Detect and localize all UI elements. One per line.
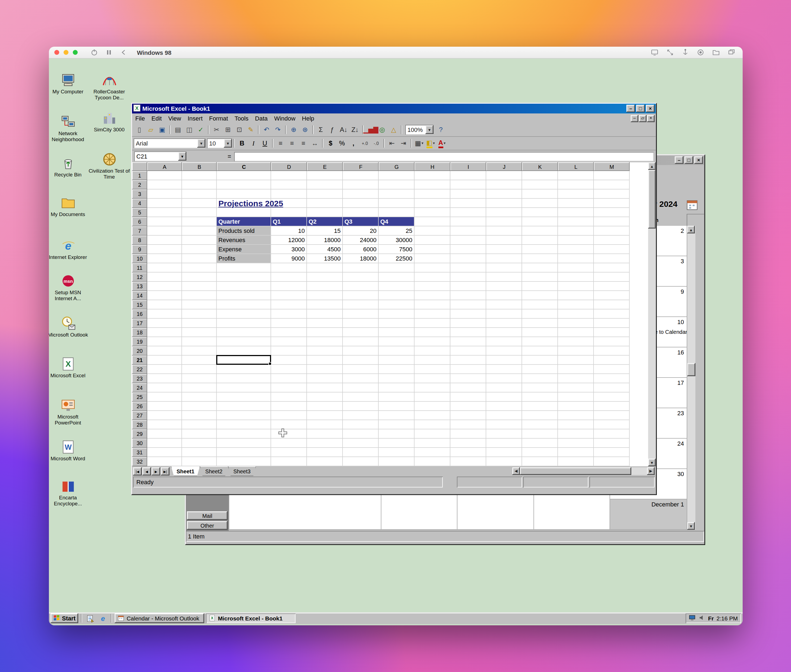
cell-A20[interactable] bbox=[147, 346, 182, 355]
cell-J15[interactable] bbox=[486, 300, 522, 309]
cell-K21[interactable] bbox=[522, 355, 558, 365]
cell-J9[interactable] bbox=[486, 245, 522, 254]
row-header-15[interactable]: 15 bbox=[132, 300, 147, 309]
cell-G20[interactable] bbox=[379, 346, 414, 355]
cell-D15[interactable] bbox=[271, 300, 307, 309]
cell-A1[interactable] bbox=[147, 171, 182, 180]
cell-D13[interactable] bbox=[271, 282, 307, 291]
cell-J30[interactable] bbox=[486, 438, 522, 448]
cell-K20[interactable] bbox=[522, 346, 558, 355]
outlook-maximize-button[interactable]: □ bbox=[685, 156, 693, 164]
cell-D16[interactable] bbox=[271, 309, 307, 318]
desktop-icon-ie[interactable]: eInternet Explorer bbox=[49, 238, 88, 260]
vm-usb-icon[interactable] bbox=[682, 49, 689, 56]
cell-K3[interactable] bbox=[522, 189, 558, 199]
column-header-F[interactable]: F bbox=[343, 162, 379, 171]
cell-E9[interactable]: 4500 bbox=[307, 245, 343, 254]
cell-M15[interactable] bbox=[594, 300, 630, 309]
cell-A11[interactable] bbox=[147, 263, 182, 272]
pause-icon[interactable] bbox=[105, 49, 112, 56]
active-cell-selection[interactable] bbox=[216, 355, 271, 365]
row-header-16[interactable]: 16 bbox=[132, 309, 147, 318]
row-header-4[interactable]: 4 bbox=[132, 199, 147, 208]
merge-center-icon[interactable]: ↔ bbox=[309, 138, 321, 149]
cell-B32[interactable] bbox=[182, 457, 217, 466]
row-header-3[interactable]: 3 bbox=[132, 189, 147, 199]
cell-I1[interactable] bbox=[450, 171, 486, 180]
row-header-8[interactable]: 8 bbox=[132, 235, 147, 245]
drawing-icon[interactable]: △ bbox=[388, 124, 399, 135]
cell-I14[interactable] bbox=[450, 291, 486, 300]
cell-D18[interactable] bbox=[271, 328, 307, 337]
cell-F7[interactable]: 20 bbox=[343, 226, 379, 235]
cell-K12[interactable] bbox=[522, 272, 558, 282]
align-right-icon[interactable]: ≡ bbox=[298, 138, 309, 149]
cell-C13[interactable] bbox=[217, 282, 271, 291]
cell-F5[interactable] bbox=[343, 208, 379, 217]
cell-H6[interactable] bbox=[414, 217, 450, 226]
cell-L14[interactable] bbox=[558, 291, 594, 300]
cell-A19[interactable] bbox=[147, 337, 182, 346]
cell-F1[interactable] bbox=[343, 171, 379, 180]
cell-G3[interactable] bbox=[379, 189, 414, 199]
cell-B14[interactable] bbox=[182, 291, 217, 300]
cell-D24[interactable] bbox=[271, 383, 307, 392]
cell-C26[interactable] bbox=[217, 402, 271, 411]
cell-F22[interactable] bbox=[343, 365, 379, 374]
cell-K13[interactable] bbox=[522, 282, 558, 291]
scrollbar-thumb[interactable] bbox=[648, 170, 656, 229]
cell-F24[interactable] bbox=[343, 383, 379, 392]
column-header-J[interactable]: J bbox=[486, 162, 522, 171]
help-icon[interactable]: ? bbox=[435, 124, 446, 135]
cell-A24[interactable] bbox=[147, 383, 182, 392]
cell-F3[interactable] bbox=[343, 189, 379, 199]
cell-E13[interactable] bbox=[307, 282, 343, 291]
cell-F27[interactable] bbox=[343, 411, 379, 420]
cell-D30[interactable] bbox=[271, 438, 307, 448]
cell-M23[interactable] bbox=[594, 374, 630, 383]
format-painter-icon[interactable]: ✎ bbox=[245, 124, 257, 135]
cell-I30[interactable] bbox=[450, 438, 486, 448]
outlook-bar-other-button[interactable]: Other bbox=[187, 521, 228, 530]
scroll-left-icon[interactable]: ◀ bbox=[512, 467, 520, 475]
cell-J16[interactable] bbox=[486, 309, 522, 318]
cell-L4[interactable] bbox=[558, 199, 594, 208]
cell-C32[interactable] bbox=[217, 457, 271, 466]
cell-G16[interactable] bbox=[379, 309, 414, 318]
cell-C12[interactable] bbox=[217, 272, 271, 282]
cell-I2[interactable] bbox=[450, 180, 486, 189]
cell-A14[interactable] bbox=[147, 291, 182, 300]
cell-B23[interactable] bbox=[182, 374, 217, 383]
sort-descending-icon[interactable]: Z↓ bbox=[349, 124, 361, 135]
row-header-25[interactable]: 25 bbox=[132, 392, 147, 402]
row-header-29[interactable]: 29 bbox=[132, 429, 147, 438]
cell-C24[interactable] bbox=[217, 383, 271, 392]
cell-E26[interactable] bbox=[307, 402, 343, 411]
power-icon[interactable] bbox=[91, 49, 98, 56]
cell-A18[interactable] bbox=[147, 328, 182, 337]
cell-F15[interactable] bbox=[343, 300, 379, 309]
cell-B13[interactable] bbox=[182, 282, 217, 291]
column-header-C[interactable]: C bbox=[217, 162, 271, 171]
cell-J3[interactable] bbox=[486, 189, 522, 199]
cell-G5[interactable] bbox=[379, 208, 414, 217]
row-header-28[interactable]: 28 bbox=[132, 420, 147, 429]
cell-M9[interactable] bbox=[594, 245, 630, 254]
cell-G21[interactable] bbox=[379, 355, 414, 365]
cell-B15[interactable] bbox=[182, 300, 217, 309]
decrease-decimal-icon[interactable]: -.0 bbox=[371, 138, 382, 149]
cell-L12[interactable] bbox=[558, 272, 594, 282]
desktop-icon-outlook[interactable]: Microsoft Outlook bbox=[49, 316, 88, 338]
cell-H19[interactable] bbox=[414, 337, 450, 346]
cell-K18[interactable] bbox=[522, 328, 558, 337]
cell-G31[interactable] bbox=[379, 448, 414, 457]
cell-B24[interactable] bbox=[182, 383, 217, 392]
cell-E30[interactable] bbox=[307, 438, 343, 448]
cell-J18[interactable] bbox=[486, 328, 522, 337]
sheet-tab-sheet2[interactable]: Sheet2 bbox=[200, 466, 228, 476]
cell-K6[interactable] bbox=[522, 217, 558, 226]
cell-K16[interactable] bbox=[522, 309, 558, 318]
chevron-down-icon[interactable]: ▾ bbox=[422, 141, 424, 146]
cell-J32[interactable] bbox=[486, 457, 522, 466]
excel-maximize-button[interactable]: □ bbox=[636, 105, 645, 112]
